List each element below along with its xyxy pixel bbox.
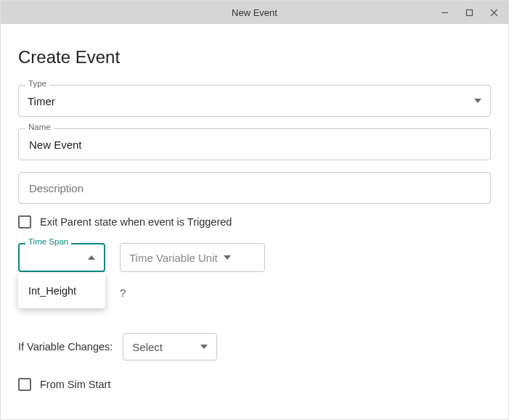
from-sim-start-label[interactable]: From Sim Start <box>40 379 110 390</box>
exit-parent-checkbox[interactable] <box>18 215 31 228</box>
minimize-icon <box>441 9 449 17</box>
if-variable-changes-row: If Variable Changes: Select <box>18 333 491 361</box>
type-label: Type <box>25 79 49 88</box>
content: Create Event Type Timer Name <box>1 24 508 418</box>
close-icon <box>490 9 498 17</box>
svg-rect-0 <box>466 9 472 15</box>
exit-parent-label[interactable]: Exit Parent state when event is Triggere… <box>40 216 232 228</box>
time-span-row: Time Span Int_Height Time Variable Unit <box>18 243 491 272</box>
name-input[interactable] <box>28 138 481 152</box>
time-span-dropdown: Int_Height <box>18 273 105 308</box>
minimize-button[interactable] <box>433 1 456 24</box>
if-variable-changes-value: Select <box>132 341 195 353</box>
time-span-label: Time Span <box>25 237 71 246</box>
name-label: Name <box>25 123 54 131</box>
description-input[interactable] <box>28 181 481 195</box>
time-span-select[interactable]: Time Span Int_Height <box>18 243 105 272</box>
chevron-down-icon <box>200 345 208 349</box>
chevron-down-icon <box>474 99 481 103</box>
maximize-icon <box>465 9 473 17</box>
if-variable-changes-label: If Variable Changes: <box>18 341 113 353</box>
name-field[interactable]: Name <box>18 128 491 160</box>
window-controls <box>433 1 505 24</box>
close-button[interactable] <box>482 1 505 24</box>
time-variable-unit-select[interactable]: Time Variable Unit <box>120 243 265 272</box>
scroll-area[interactable]: Create Event Type Timer Name <box>1 24 508 418</box>
description-field[interactable] <box>18 172 491 204</box>
from-sim-start-checkbox[interactable] <box>18 378 31 391</box>
type-field[interactable]: Type Timer <box>18 85 491 117</box>
from-sim-start-row: From Sim Start <box>18 378 491 391</box>
maximize-button[interactable] <box>457 1 481 24</box>
page-title: Create Event <box>18 47 491 67</box>
title-bar: New Event <box>1 1 508 24</box>
type-value: Timer <box>28 95 468 107</box>
time-span-option[interactable]: Int_Height <box>18 278 105 304</box>
chevron-up-icon <box>88 255 95 260</box>
chevron-down-icon <box>224 255 231 260</box>
time-variable-unit-placeholder: Time Variable Unit <box>129 252 218 264</box>
exit-parent-row: Exit Parent state when event is Triggere… <box>18 215 491 228</box>
if-variable-changes-select[interactable]: Select <box>123 333 217 361</box>
